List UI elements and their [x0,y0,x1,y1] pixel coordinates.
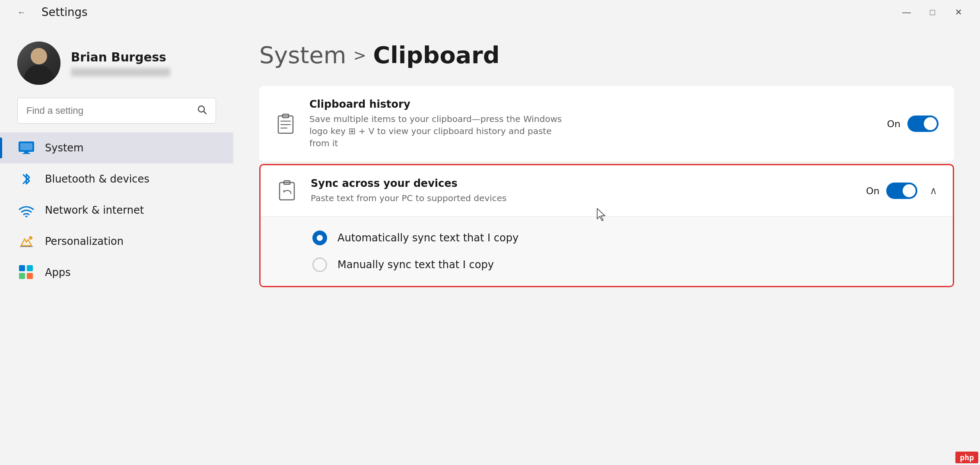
avatar-body [24,65,54,85]
svg-line-1 [204,112,207,114]
avatar [17,42,60,85]
sync-devices-card: Sync across your devices Paste text from… [259,164,954,287]
svg-point-8 [29,236,32,240]
svg-rect-10 [27,265,33,271]
radio-manual-sync-label: Manually sync text that I copy [337,259,494,271]
main-content: System > Clipboard Clipboard history [233,24,980,465]
svg-rect-5 [24,151,29,153]
sidebar-item-personalization[interactable]: Personalization [0,226,233,257]
clipboard-history-card: Clipboard history Save multiple items to… [259,86,954,161]
clipboard-history-text: Clipboard history Save multiple items to… [309,98,875,149]
search-icon [197,104,207,117]
sidebar-item-label-network: Network & internet [45,204,144,216]
clipboard-history-state: On [887,119,900,129]
clipboard-history-desc: Save multiple items to your clipboard—pr… [309,113,569,149]
sync-devices-control: On ∧ [866,183,937,199]
sidebar-item-apps[interactable]: Apps [0,257,233,288]
sidebar-item-label-system: System [45,142,84,154]
toggle-thumb [924,117,937,130]
page-title: Clipboard [373,42,500,69]
minimize-button[interactable]: — [894,3,920,21]
search-input[interactable] [26,105,191,116]
app-container: Brian Burgess [0,24,980,465]
sidebar-nav: System Bluetooth & devices [0,132,233,288]
titlebar-left: ← Settings [9,3,88,21]
sidebar-item-label-personalization: Personalization [45,235,124,247]
svg-rect-9 [19,265,25,271]
svg-point-7 [25,216,28,218]
sync-devices-icon [276,180,299,202]
sync-expanded-options: Automatically sync text that I copy Manu… [261,216,953,286]
app-title: Settings [41,6,88,19]
user-name: Brian Burgess [71,50,170,64]
avatar-image [17,42,60,85]
wifi-icon [17,201,35,219]
clipboard-history-icon [275,112,297,135]
page-heading: System > Clipboard [259,42,954,69]
breadcrumb-chevron: > [353,46,366,64]
radio-manual-sync[interactable]: Manually sync text that I copy [312,257,901,272]
sidebar-item-network[interactable]: Network & internet [0,195,233,226]
svg-rect-6 [22,153,30,154]
sidebar: Brian Burgess [0,24,233,465]
sync-devices-state: On [866,186,879,196]
sync-devices-row: Sync across your devices Paste text from… [261,165,953,216]
radio-auto-sync-label: Automatically sync text that I copy [337,232,519,244]
radio-auto-sync-circle [312,231,327,245]
maximize-button[interactable]: □ [920,3,945,21]
close-button[interactable]: ✕ [945,3,971,21]
breadcrumb-parent: System [259,42,346,69]
sidebar-item-bluetooth[interactable]: Bluetooth & devices [0,164,233,195]
search-box[interactable] [17,98,216,124]
apps-icon [17,263,35,282]
sidebar-item-label-bluetooth: Bluetooth & devices [45,173,150,185]
clipboard-history-title: Clipboard history [309,98,875,110]
personalization-icon [17,232,35,250]
sync-devices-text: Sync across your devices Paste text from… [311,177,854,204]
svg-rect-11 [19,273,25,279]
php-badge: php [955,452,978,463]
clipboard-history-row: Clipboard history Save multiple items to… [259,86,954,161]
toggle-thumb-sync [903,184,916,197]
user-email-blurred [71,68,170,77]
titlebar-controls: — □ ✕ [894,3,971,21]
svg-rect-4 [20,143,32,150]
back-button[interactable]: ← [9,3,35,21]
search-container [0,98,233,132]
system-icon [17,139,35,157]
sync-devices-toggle[interactable] [886,183,917,199]
clipboard-history-toggle[interactable] [907,115,939,132]
titlebar: ← Settings — □ ✕ [0,0,980,24]
svg-rect-12 [27,273,33,279]
sync-devices-title: Sync across your devices [311,177,854,189]
sidebar-item-label-apps: Apps [45,266,70,279]
radio-manual-sync-circle [312,257,327,272]
avatar-head [31,48,47,64]
clipboard-history-control: On [887,115,939,132]
expand-chevron-icon[interactable]: ∧ [929,185,937,197]
user-info: Brian Burgess [71,50,170,77]
sidebar-item-system[interactable]: System [0,132,233,164]
radio-auto-sync[interactable]: Automatically sync text that I copy [312,231,901,245]
bluetooth-icon [17,170,35,188]
user-profile: Brian Burgess [0,33,233,98]
sync-devices-desc: Paste text from your PC to supported dev… [311,192,570,204]
svg-rect-18 [280,183,294,200]
